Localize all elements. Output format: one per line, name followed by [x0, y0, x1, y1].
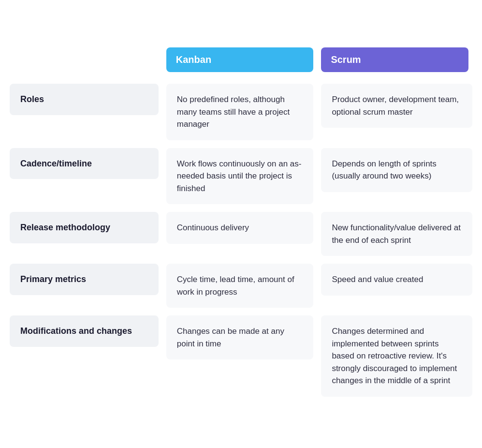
table-row: RolesNo predefined roles, although many …	[10, 80, 472, 144]
row-kanban-1: Work flows continuously on an as-needed …	[162, 144, 318, 209]
table-row: Modifications and changesChanges can be …	[10, 312, 472, 401]
row-kanban-cell-4: Changes can be made at any point in time	[166, 315, 314, 359]
row-kanban-0: No predefined roles, although many teams…	[162, 80, 318, 144]
row-scrum-cell-0: Product owner, development team, optiona…	[321, 84, 472, 128]
scrum-header: Scrum	[317, 47, 472, 80]
row-kanban-2: Continuous delivery	[162, 208, 318, 260]
row-label-1: Cadence/timeline	[10, 144, 162, 209]
row-kanban-cell-2: Continuous delivery	[166, 212, 314, 244]
scrum-header-label: Scrum	[321, 47, 468, 72]
row-scrum-0: Product owner, development team, optiona…	[317, 80, 472, 144]
kanban-header-label: Kanban	[166, 47, 314, 72]
kanban-header: Kanban	[162, 47, 318, 80]
row-label-4: Modifications and changes	[10, 312, 162, 401]
table-row: Primary metricsCycle time, lead time, am…	[10, 260, 472, 312]
row-label-text-3: Primary metrics	[10, 264, 159, 295]
row-scrum-2: New functionality/value delivered at the…	[317, 208, 472, 260]
table-row: Cadence/timelineWork flows continuously …	[10, 144, 472, 209]
row-scrum-cell-3: Speed and value created	[321, 264, 472, 296]
row-label-3: Primary metrics	[10, 260, 162, 312]
table-body: RolesNo predefined roles, although many …	[10, 80, 472, 401]
row-kanban-3: Cycle time, lead time, amount of work in…	[162, 260, 318, 312]
row-scrum-cell-2: New functionality/value delivered at the…	[321, 212, 472, 256]
row-scrum-3: Speed and value created	[317, 260, 472, 312]
row-label-text-0: Roles	[10, 84, 159, 115]
row-label-text-4: Modifications and changes	[10, 315, 159, 346]
row-kanban-cell-0: No predefined roles, although many teams…	[166, 84, 314, 140]
empty-header	[10, 47, 162, 80]
row-scrum-cell-4: Changes determined and implemented betwe…	[321, 315, 472, 397]
header-row: Kanban Scrum	[10, 47, 472, 80]
row-kanban-cell-3: Cycle time, lead time, amount of work in…	[166, 264, 314, 308]
row-label-2: Release methodology	[10, 208, 162, 260]
row-label-text-1: Cadence/timeline	[10, 148, 159, 179]
row-label-text-2: Release methodology	[10, 212, 159, 243]
comparison-table: Kanban Scrum RolesNo predefined roles, a…	[10, 47, 472, 401]
row-scrum-4: Changes determined and implemented betwe…	[317, 312, 472, 401]
row-kanban-cell-1: Work flows continuously on an as-needed …	[166, 148, 314, 205]
table-row: Release methodologyContinuous deliveryNe…	[10, 208, 472, 260]
row-kanban-4: Changes can be made at any point in time	[162, 312, 318, 401]
row-scrum-1: Depends on length of sprints (usually ar…	[317, 144, 472, 209]
row-label-0: Roles	[10, 80, 162, 144]
row-scrum-cell-1: Depends on length of sprints (usually ar…	[321, 148, 472, 192]
